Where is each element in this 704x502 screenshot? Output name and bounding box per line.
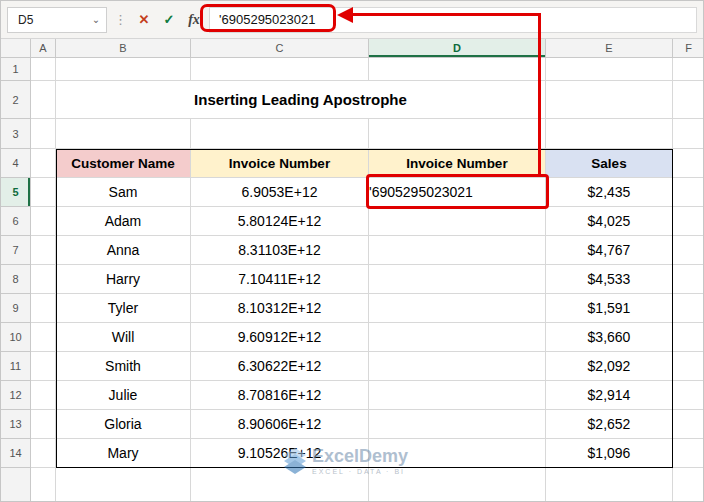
- cell-D5-active[interactable]: '6905295023021: [369, 178, 546, 207]
- cell[interactable]: [31, 381, 56, 410]
- enter-button[interactable]: ✓: [159, 9, 179, 31]
- name-box[interactable]: D5 ⌄: [7, 7, 107, 33]
- cell-B7[interactable]: Anna: [56, 236, 191, 265]
- cell[interactable]: [31, 119, 56, 149]
- row-header-3[interactable]: 3: [1, 119, 31, 149]
- cell[interactable]: [56, 58, 191, 81]
- cell-E5[interactable]: $2,435: [546, 178, 673, 207]
- row-header-13[interactable]: 13: [1, 410, 31, 439]
- cell-D9[interactable]: [369, 294, 546, 323]
- cell-B9[interactable]: Tyler: [56, 294, 191, 323]
- cancel-button[interactable]: ✕: [134, 9, 154, 31]
- cell-E12[interactable]: $2,914: [546, 381, 673, 410]
- cell[interactable]: [673, 178, 704, 207]
- cell[interactable]: [673, 119, 704, 149]
- cell[interactable]: [31, 58, 56, 81]
- cell-C10[interactable]: 9.60912E+12: [191, 323, 369, 352]
- header-cell-invoice-number-text[interactable]: Invoice Number: [369, 149, 546, 178]
- cell-C12[interactable]: 8.70816E+12: [191, 381, 369, 410]
- cell[interactable]: [673, 207, 704, 236]
- row-header-5-selected[interactable]: 5: [1, 178, 31, 207]
- cell[interactable]: [191, 58, 369, 81]
- row-header-9[interactable]: 9: [1, 294, 31, 323]
- insert-function-icon[interactable]: fx: [184, 9, 204, 31]
- cell-B11[interactable]: Smith: [56, 352, 191, 381]
- col-header-B[interactable]: B: [56, 39, 191, 58]
- cell[interactable]: [56, 119, 191, 149]
- row-header-1[interactable]: 1: [1, 58, 31, 81]
- cell[interactable]: [31, 265, 56, 294]
- cell-E13[interactable]: $2,652: [546, 410, 673, 439]
- row-header-10[interactable]: 10: [1, 323, 31, 352]
- col-header-C[interactable]: C: [191, 39, 369, 58]
- select-all-corner[interactable]: [1, 39, 31, 58]
- cell-C14[interactable]: 9.10526E+12: [191, 439, 369, 468]
- cell-D10[interactable]: [369, 323, 546, 352]
- header-cell-sales[interactable]: Sales: [546, 149, 673, 178]
- row-header-14[interactable]: 14: [1, 439, 31, 468]
- cell-C5[interactable]: 6.9053E+12: [191, 178, 369, 207]
- cell[interactable]: [31, 352, 56, 381]
- cell-D14[interactable]: [369, 439, 546, 468]
- col-header-A[interactable]: A: [31, 39, 56, 58]
- row-header-4[interactable]: 4: [1, 149, 31, 178]
- cell-E8[interactable]: $4,533: [546, 265, 673, 294]
- cell[interactable]: [673, 149, 704, 178]
- cell[interactable]: [31, 81, 56, 119]
- cell[interactable]: [673, 58, 704, 81]
- cell-E9[interactable]: $1,591: [546, 294, 673, 323]
- cell-C9[interactable]: 8.10312E+12: [191, 294, 369, 323]
- cell[interactable]: [31, 178, 56, 207]
- cell-D8[interactable]: [369, 265, 546, 294]
- cell-E11[interactable]: $2,092: [546, 352, 673, 381]
- cell[interactable]: [191, 468, 369, 502]
- cell[interactable]: [546, 119, 673, 149]
- cell-B8[interactable]: Harry: [56, 265, 191, 294]
- cell-B10[interactable]: Will: [56, 323, 191, 352]
- cell-D7[interactable]: [369, 236, 546, 265]
- cell-E10[interactable]: $3,660: [546, 323, 673, 352]
- cell-B6[interactable]: Adam: [56, 207, 191, 236]
- cell[interactable]: [673, 236, 704, 265]
- cell-B5[interactable]: Sam: [56, 178, 191, 207]
- col-header-F[interactable]: F: [673, 39, 704, 58]
- cell[interactable]: [31, 410, 56, 439]
- cell-E6[interactable]: $4,025: [546, 207, 673, 236]
- row-header-6[interactable]: 6: [1, 207, 31, 236]
- cell-C8[interactable]: 7.10411E+12: [191, 265, 369, 294]
- row-header-7[interactable]: 7: [1, 236, 31, 265]
- cell[interactable]: [546, 468, 673, 502]
- cell-C13[interactable]: 8.90606E+12: [191, 410, 369, 439]
- cell[interactable]: [31, 468, 56, 502]
- header-cell-invoice-number-sci[interactable]: Invoice Number: [191, 149, 369, 178]
- header-cell-customer-name[interactable]: Customer Name: [56, 149, 191, 178]
- cell[interactable]: [673, 81, 704, 119]
- cell-D11[interactable]: [369, 352, 546, 381]
- cell-C11[interactable]: 6.30622E+12: [191, 352, 369, 381]
- cell[interactable]: [31, 149, 56, 178]
- row-header-12[interactable]: 12: [1, 381, 31, 410]
- cell-B13[interactable]: Gloria: [56, 410, 191, 439]
- cell[interactable]: [546, 81, 673, 119]
- cell[interactable]: [56, 468, 191, 502]
- name-box-dropdown-icon[interactable]: ⌄: [86, 15, 106, 25]
- cell-D6[interactable]: [369, 207, 546, 236]
- cell-D12[interactable]: [369, 381, 546, 410]
- formula-input[interactable]: '6905295023021: [209, 7, 697, 33]
- cell-C6[interactable]: 5.80124E+12: [191, 207, 369, 236]
- cell-D13[interactable]: [369, 410, 546, 439]
- sheet-title[interactable]: Inserting Leading Apostrophe: [56, 81, 546, 119]
- cell[interactable]: [31, 439, 56, 468]
- cell[interactable]: [31, 236, 56, 265]
- cell-C7[interactable]: 8.31103E+12: [191, 236, 369, 265]
- cell[interactable]: [369, 119, 546, 149]
- row-header-11[interactable]: 11: [1, 352, 31, 381]
- row-header-2[interactable]: 2: [1, 81, 31, 119]
- col-header-D-selected[interactable]: D: [369, 39, 546, 58]
- cell-B14[interactable]: Mary: [56, 439, 191, 468]
- col-header-E[interactable]: E: [546, 39, 673, 58]
- cell[interactable]: [673, 323, 704, 352]
- cell[interactable]: [673, 294, 704, 323]
- cell[interactable]: [31, 207, 56, 236]
- cell[interactable]: [673, 352, 704, 381]
